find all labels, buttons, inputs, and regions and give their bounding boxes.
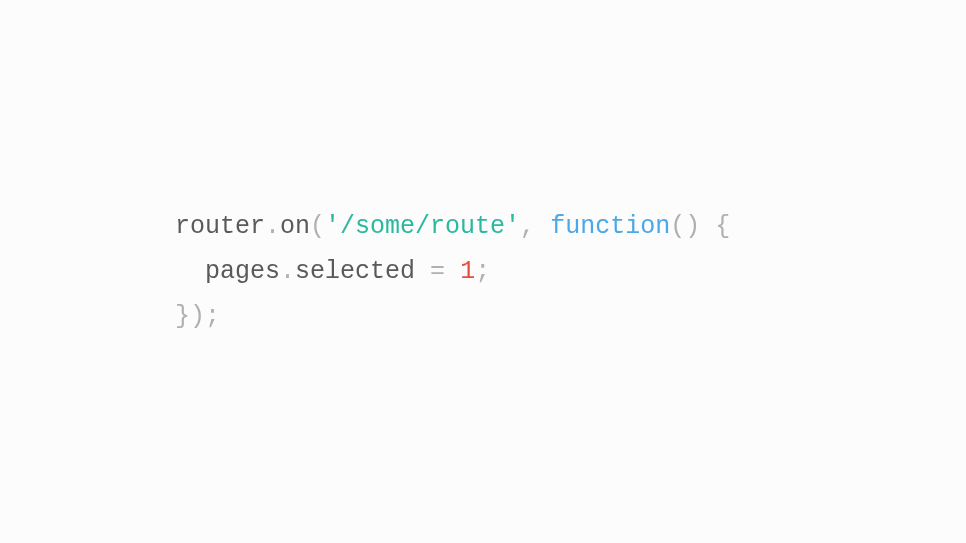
token-equals: = bbox=[430, 257, 445, 286]
token-space bbox=[535, 212, 550, 241]
token-comma: , bbox=[520, 212, 535, 241]
token-dot: . bbox=[280, 257, 295, 286]
token-paren-open: ( bbox=[310, 212, 325, 241]
token-space bbox=[445, 257, 460, 286]
token-parens: () bbox=[670, 212, 700, 241]
token-keyword-function: function bbox=[550, 212, 670, 241]
token-brace-open: { bbox=[715, 212, 730, 241]
token-indent bbox=[175, 257, 205, 286]
token-identifier: pages bbox=[205, 257, 280, 286]
token-identifier: router bbox=[175, 212, 265, 241]
token-space bbox=[415, 257, 430, 286]
code-line-2: pages.selected = 1; bbox=[175, 249, 730, 294]
token-space bbox=[700, 212, 715, 241]
code-snippet: router.on('/some/route', function() { pa… bbox=[175, 204, 730, 339]
token-number: 1 bbox=[460, 257, 475, 286]
token-property: selected bbox=[295, 257, 415, 286]
token-method: on bbox=[280, 212, 310, 241]
token-semicolon: ; bbox=[475, 257, 490, 286]
token-dot: . bbox=[265, 212, 280, 241]
token-closing: }); bbox=[175, 302, 220, 331]
code-line-1: router.on('/some/route', function() { bbox=[175, 204, 730, 249]
code-line-3: }); bbox=[175, 294, 730, 339]
token-string: '/some/route' bbox=[325, 212, 520, 241]
